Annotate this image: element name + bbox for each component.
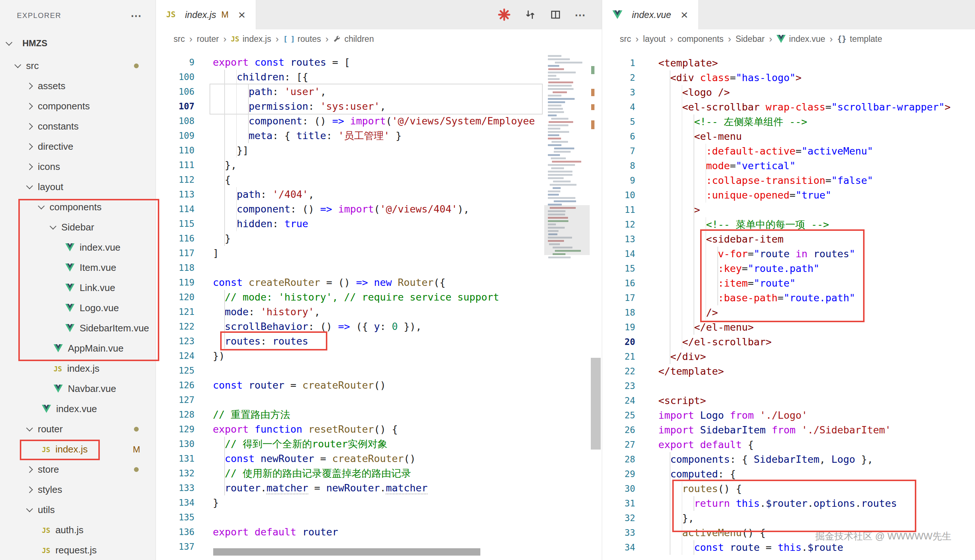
code-line[interactable]: 113path: '/404', bbox=[156, 187, 544, 202]
breadcrumb-item[interactable]: layout bbox=[643, 34, 665, 44]
code-line[interactable]: 20</el-scrollbar> bbox=[602, 335, 975, 349]
open-changes-icon[interactable] bbox=[524, 8, 537, 21]
code-line[interactable]: 32}, bbox=[602, 511, 975, 525]
tree-item-icons[interactable]: icons bbox=[0, 157, 156, 177]
tree-item-index-vue[interactable]: index.vue bbox=[0, 237, 156, 258]
tree-item-sidebaritem-vue[interactable]: SidebarItem.vue bbox=[0, 318, 156, 338]
code-line[interactable]: 120// mode: 'history', // require servic… bbox=[156, 290, 544, 305]
code-line[interactable]: 27export default { bbox=[602, 437, 975, 452]
code-line[interactable]: 126const router = createRouter() bbox=[156, 378, 544, 393]
code-line[interactable]: 13<sidebar-item bbox=[602, 232, 975, 247]
code-line[interactable]: 133router.matcher = newRouter.matcher bbox=[156, 481, 544, 495]
breadcrumb-item[interactable]: src bbox=[173, 34, 185, 44]
tree-item-components[interactable]: components bbox=[0, 96, 156, 116]
code-line[interactable]: 109meta: { title: '员工管理' } bbox=[156, 128, 544, 143]
code-line[interactable]: 24<script> bbox=[602, 393, 975, 408]
code-line[interactable]: 107permission: 'sys:user', bbox=[156, 99, 544, 114]
code-line[interactable]: 9:collapse-transition="false" bbox=[602, 173, 975, 188]
code-line[interactable]: 116} bbox=[156, 231, 544, 246]
tree-item-layout[interactable]: layout bbox=[0, 177, 156, 197]
code-line[interactable]: 122scrollBehavior: () => ({ y: 0 }), bbox=[156, 319, 544, 334]
tree-item-assets[interactable]: assets bbox=[0, 76, 156, 96]
code-line[interactable]: 1<template> bbox=[602, 56, 975, 70]
breadcrumb-item[interactable]: components bbox=[677, 34, 723, 44]
tree-item-directive[interactable]: directive bbox=[0, 137, 156, 157]
code-line[interactable]: 5<!-- 左侧菜单组件 --> bbox=[602, 115, 975, 129]
code-line[interactable]: 6<el-menu bbox=[602, 129, 975, 144]
breadcrumb-item[interactable]: index.vue bbox=[777, 34, 825, 44]
minimap-slider[interactable] bbox=[544, 205, 590, 255]
code-line[interactable]: 30routes() { bbox=[602, 482, 975, 496]
code-line[interactable]: 18/> bbox=[602, 305, 975, 320]
code-line[interactable]: 12<!-- 菜单中的每一项 --> bbox=[602, 217, 975, 232]
tree-item-index-js[interactable]: JSindex.js bbox=[0, 358, 156, 379]
tree-item-store[interactable]: store bbox=[0, 460, 156, 480]
breadcrumb-item[interactable]: [ ]routes bbox=[283, 34, 321, 44]
code-line[interactable]: 8mode="vertical" bbox=[602, 158, 975, 173]
close-icon[interactable]: × bbox=[238, 8, 245, 21]
code-line[interactable]: 4<el-scrollbar wrap-class="scrollbar-wra… bbox=[602, 100, 975, 115]
tree-item-link-vue[interactable]: Link.vue bbox=[0, 278, 156, 298]
code-line[interactable]: 23 bbox=[602, 379, 975, 393]
breadcrumb-item[interactable]: {}template bbox=[837, 34, 882, 44]
code-line[interactable]: 21</div> bbox=[602, 349, 975, 364]
code-line[interactable]: 3<logo /> bbox=[602, 85, 975, 100]
breadcrumb-item[interactable]: JSindex.js bbox=[231, 34, 271, 44]
more-actions-icon[interactable]: ⋯ bbox=[131, 9, 142, 22]
breadcrumb-item[interactable]: router bbox=[197, 34, 219, 44]
breadcrumb-item[interactable]: children bbox=[333, 34, 374, 44]
vertical-scrollbar-thumb[interactable] bbox=[591, 358, 601, 450]
tree-item-styles[interactable]: styles bbox=[0, 480, 156, 500]
code-line[interactable]: 100children: [{ bbox=[156, 70, 544, 84]
tree-item-utils[interactable]: utils bbox=[0, 500, 156, 520]
code-line[interactable]: 127 bbox=[156, 393, 544, 407]
code-line[interactable]: 117] bbox=[156, 246, 544, 260]
tree-item-navbar-vue[interactable]: Navbar.vue bbox=[0, 379, 156, 399]
breadcrumb-item[interactable]: Sidebar bbox=[735, 34, 764, 44]
code-line[interactable]: 7:default-active="activeMenu" bbox=[602, 144, 975, 158]
code-line[interactable]: 17:base-path="route.path" bbox=[602, 291, 975, 305]
code-line[interactable]: 118 bbox=[156, 260, 544, 275]
code-line[interactable]: 112{ bbox=[156, 172, 544, 187]
code-line[interactable]: 9export const routes = [ bbox=[156, 55, 544, 70]
code-line[interactable]: 134} bbox=[156, 495, 544, 510]
horizontal-scrollbar-thumb[interactable] bbox=[213, 548, 480, 556]
code-line[interactable]: 19</el-menu> bbox=[602, 320, 975, 335]
code-line[interactable]: 15:key="route.path" bbox=[602, 261, 975, 276]
tree-item-src[interactable]: src bbox=[0, 56, 156, 76]
code-line[interactable]: 121mode: 'history', bbox=[156, 305, 544, 319]
workspace-section-header[interactable]: HMZS bbox=[0, 31, 156, 56]
code-line[interactable]: 135 bbox=[156, 510, 544, 525]
code-line[interactable]: 115hidden: true bbox=[156, 217, 544, 231]
code-line[interactable]: 22</template> bbox=[602, 364, 975, 379]
tree-item-components[interactable]: components bbox=[0, 197, 156, 217]
code-line[interactable]: 119const createRouter = () => new Router… bbox=[156, 275, 544, 290]
code-line[interactable]: 136export default router bbox=[156, 525, 544, 540]
code-line[interactable]: 131const newRouter = createRouter() bbox=[156, 452, 544, 466]
code-line[interactable]: 10:unique-opened="true" bbox=[602, 188, 975, 203]
tab-index-vue[interactable]: index.vue × bbox=[602, 0, 699, 29]
code-line[interactable]: 108component: () => import('@/views/Syst… bbox=[156, 114, 544, 128]
code-line[interactable]: 31return this.$router.options.routes bbox=[602, 496, 975, 511]
code-line[interactable]: 11> bbox=[602, 203, 975, 217]
code-line[interactable]: 25import Logo from './Logo' bbox=[602, 408, 975, 423]
tree-item-auth-js[interactable]: JSauth.js bbox=[0, 520, 156, 540]
code-line[interactable]: 130// 得到一个全新的router实例对象 bbox=[156, 437, 544, 452]
vertical-scrollbar[interactable] bbox=[590, 48, 602, 560]
code-line[interactable]: 128// 重置路由方法 bbox=[156, 407, 544, 422]
code-line[interactable]: 26import SidebarItem from './SidebarItem… bbox=[602, 423, 975, 437]
code-line[interactable]: 14v-for="route in routes" bbox=[602, 247, 975, 261]
tree-item-index-js[interactable]: JSindex.jsM bbox=[0, 439, 156, 460]
code-line[interactable]: 2<div class="has-logo"> bbox=[602, 70, 975, 85]
code-line[interactable]: 132// 使用新的路由记录覆盖掉老的路由记录 bbox=[156, 466, 544, 481]
code-line[interactable]: 110}] bbox=[156, 143, 544, 158]
code-line[interactable]: 114component: () => import('@/views/404'… bbox=[156, 202, 544, 217]
code-line[interactable]: 29computed: { bbox=[602, 467, 975, 482]
tree-item-request-js[interactable]: JSrequest.js bbox=[0, 540, 156, 560]
split-editor-icon[interactable] bbox=[550, 9, 562, 20]
tree-item-item-vue[interactable]: Item.vue bbox=[0, 258, 156, 278]
tree-item-index-vue[interactable]: index.vue bbox=[0, 399, 156, 419]
code-line[interactable]: 124}) bbox=[156, 348, 544, 363]
code-line[interactable]: 106path: 'user', bbox=[156, 84, 544, 99]
close-icon[interactable]: × bbox=[681, 8, 688, 21]
